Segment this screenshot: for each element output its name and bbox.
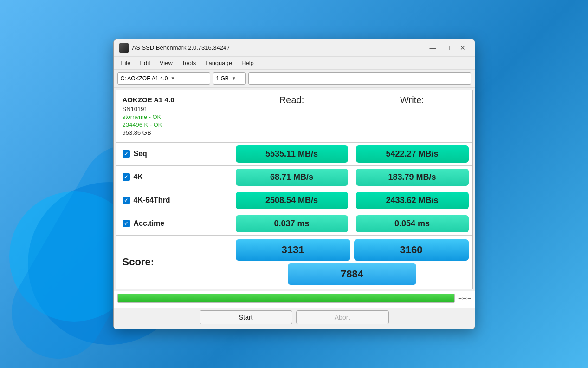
button-area: Start Abort xyxy=(114,308,475,329)
drive-selector-arrow: ▼ xyxy=(171,76,175,81)
test-label-seq: Seq xyxy=(116,143,232,165)
drive-info-panel: AOKZOE A1 4.0 SN10191 stornvme - OK 2344… xyxy=(116,90,232,142)
value-seq-read: 5535.11 MB/s xyxy=(236,145,348,163)
drive-selector[interactable]: C: AOKZOE A1 4.0 ▼ xyxy=(117,72,210,85)
menu-help[interactable]: Help xyxy=(238,59,258,67)
result-4k-read: 68.71 MB/s xyxy=(232,166,352,189)
value-4k64-write: 2433.62 MB/s xyxy=(356,192,469,209)
checkbox-4k[interactable] xyxy=(123,173,130,181)
value-4k64-read: 2508.54 MB/s xyxy=(236,192,348,209)
toolbar-spacer xyxy=(248,72,471,85)
close-button[interactable]: ✕ xyxy=(456,43,469,53)
result-acctime-read: 0.037 ms xyxy=(232,212,352,235)
drive-gb: 953.86 GB xyxy=(123,129,225,136)
toolbar: C: AOKZOE A1 4.0 ▼ 1 GB ▼ xyxy=(114,70,475,88)
main-content: AOKZOE A1 4.0 SN10191 stornvme - OK 2344… xyxy=(116,90,473,289)
menu-bar: File Edit View Tools Language Help xyxy=(114,57,475,70)
value-4k-read: 68.71 MB/s xyxy=(236,169,348,186)
progress-track: –:–:– xyxy=(117,294,471,303)
drive-serial: SN10191 xyxy=(123,105,225,112)
menu-file[interactable]: File xyxy=(117,59,135,67)
checkbox-seq[interactable] xyxy=(123,150,130,158)
drive-size-ok: 234496 K - OK xyxy=(123,121,225,128)
result-4k-write: 183.79 MB/s xyxy=(352,166,472,189)
result-4k64-read: 2508.54 MB/s xyxy=(232,189,352,212)
drive-name: AOKZOE A1 4.0 xyxy=(123,96,225,104)
menu-tools[interactable]: Tools xyxy=(178,59,200,67)
progress-fill xyxy=(118,294,454,302)
test-row-seq: Seq 5535.11 MB/s 5422.27 MB/s xyxy=(116,142,472,165)
drive-selector-value: C: AOKZOE A1 4.0 xyxy=(121,75,168,82)
value-acctime-read: 0.037 ms xyxy=(236,215,348,232)
window-title: AS SSD Benchmark 2.0.7316.34247 xyxy=(132,44,426,51)
write-header: Write: xyxy=(352,90,472,142)
result-seq-write: 5422.27 MB/s xyxy=(352,143,472,165)
value-4k-write: 183.79 MB/s xyxy=(356,169,469,186)
value-seq-write: 5422.27 MB/s xyxy=(356,145,469,163)
score-top: 3131 3160 xyxy=(236,239,469,261)
result-acctime-write: 0.054 ms xyxy=(352,212,472,235)
test-row-4k: 4K 68.71 MB/s 183.79 MB/s xyxy=(116,165,472,189)
test-row-acctime: Acc.time 0.037 ms 0.054 ms xyxy=(116,212,472,235)
results-header: AOKZOE A1 4.0 SN10191 stornvme - OK 2344… xyxy=(116,90,472,142)
abort-button[interactable]: Abort xyxy=(296,310,389,324)
size-selector[interactable]: 1 GB ▼ xyxy=(213,72,246,85)
window-controls: — □ ✕ xyxy=(426,43,469,53)
size-selector-arrow: ▼ xyxy=(232,76,236,81)
test-label-4k64: 4K-64Thrd xyxy=(116,189,232,212)
read-header: Read: xyxy=(232,90,352,142)
result-seq-read: 5535.11 MB/s xyxy=(232,143,352,165)
value-acctime-write: 0.054 ms xyxy=(356,215,469,232)
minimize-button[interactable]: — xyxy=(426,43,439,53)
test-label-4k: 4K xyxy=(116,166,232,189)
test-label-acctime: Acc.time xyxy=(116,212,232,235)
progress-bar-background xyxy=(117,294,455,303)
score-cells: 3131 3160 7884 xyxy=(232,236,472,289)
menu-language[interactable]: Language xyxy=(201,59,236,67)
score-label: Score: xyxy=(116,236,232,289)
score-total-value: 7884 xyxy=(288,263,416,285)
menu-view[interactable]: View xyxy=(156,59,176,67)
app-window: AS SSD Benchmark 2.0.7316.34247 — □ ✕ Fi… xyxy=(113,39,475,329)
progress-timer: –:–:– xyxy=(459,295,471,302)
score-row: Score: 3131 3160 7884 xyxy=(116,235,472,289)
maximize-button[interactable]: □ xyxy=(441,43,454,53)
drive-driver: stornvme - OK xyxy=(123,113,225,120)
app-icon xyxy=(119,43,129,53)
score-read-value: 3131 xyxy=(236,239,350,261)
checkbox-4k64[interactable] xyxy=(123,197,130,204)
result-4k64-write: 2433.62 MB/s xyxy=(352,189,472,212)
score-write-value: 3160 xyxy=(354,239,469,261)
size-selector-value: 1 GB xyxy=(216,75,229,82)
checkbox-acctime[interactable] xyxy=(123,220,130,227)
start-button[interactable]: Start xyxy=(200,310,292,324)
title-bar: AS SSD Benchmark 2.0.7316.34247 — □ ✕ xyxy=(114,39,475,57)
menu-edit[interactable]: Edit xyxy=(136,59,154,67)
progress-area: –:–:– xyxy=(114,291,475,308)
test-row-4k64: 4K-64Thrd 2508.54 MB/s 2433.62 MB/s xyxy=(116,189,472,212)
